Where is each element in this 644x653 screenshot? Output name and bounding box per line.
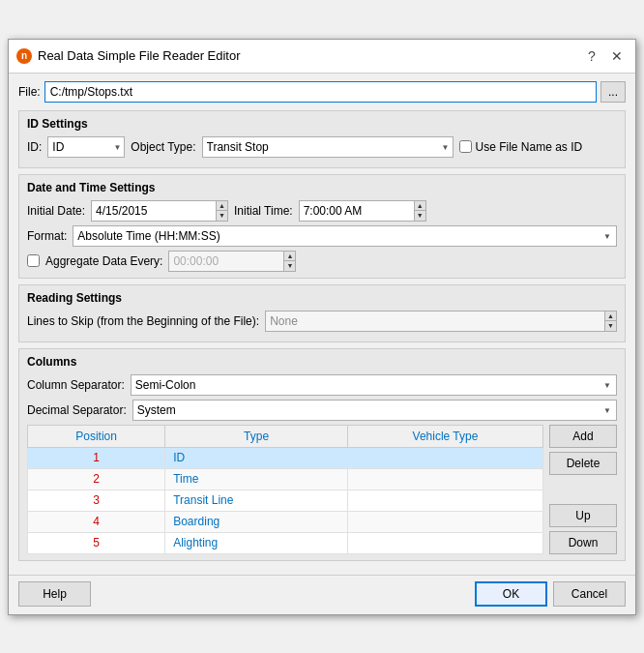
table-row[interactable]: 4 Boarding (28, 511, 543, 532)
table-row[interactable]: 5 Alighting (28, 532, 543, 553)
aggregate-spinner-btns: ▲ ▼ (284, 251, 296, 272)
file-label: File: (18, 85, 41, 99)
columns-table-wrap: Position Type Vehicle Type 1 ID 2 Time 3… (27, 425, 543, 554)
delete-button[interactable]: Delete (549, 452, 617, 475)
footer: Help OK Cancel (9, 575, 635, 614)
col-type: Time (165, 468, 348, 490)
table-row[interactable]: 1 ID (28, 447, 543, 468)
ok-button[interactable]: OK (475, 581, 547, 607)
initial-time-input[interactable] (299, 200, 415, 222)
col-header-type: Type (165, 425, 348, 447)
id-select-wrapper: ID (47, 136, 125, 158)
initial-date-label: Initial Date: (27, 204, 85, 218)
id-select[interactable]: ID (47, 136, 125, 158)
id-settings-section: ID Settings ID: ID Object Type: Transit … (18, 110, 626, 168)
decimal-separator-row: Decimal Separator: System (27, 400, 617, 421)
cancel-button[interactable]: Cancel (553, 581, 626, 607)
aggregate-checkbox[interactable] (27, 254, 40, 267)
help-icon-btn[interactable]: ? (581, 45, 602, 67)
help-button[interactable]: Help (18, 581, 91, 607)
lines-label: Lines to Skip (from the Beginning of the… (27, 314, 259, 328)
col-vehicle-type (347, 511, 542, 532)
columns-table: Position Type Vehicle Type 1 ID 2 Time 3… (27, 425, 543, 554)
col-type: Boarding (165, 511, 348, 532)
col-header-vehicle-type: Vehicle Type (347, 425, 542, 447)
lines-wrap: ▲ ▼ (265, 311, 617, 332)
lines-spinner-btns: ▲ ▼ (605, 311, 617, 332)
lines-down-btn[interactable]: ▼ (605, 321, 616, 331)
column-separator-select[interactable]: Semi-Colon (131, 374, 617, 396)
column-separator-label: Column Separator: (27, 378, 125, 392)
format-select[interactable]: Absolute Time (HH:MM:SS) (73, 225, 617, 247)
initial-time-label: Initial Time: (234, 204, 293, 218)
decimal-separator-select[interactable]: System (132, 400, 617, 421)
agg-down-btn[interactable]: ▼ (284, 261, 295, 271)
title-bar: n Real Data Simple File Reader Editor ? … (9, 40, 635, 74)
time-up-btn[interactable]: ▲ (415, 201, 425, 212)
initial-date-wrap: ▲ ▼ (91, 200, 228, 222)
initial-time-wrap: ▲ ▼ (299, 200, 426, 222)
aggregate-spinner-wrap: ▲ ▼ (168, 251, 296, 272)
column-separator-select-wrapper: Semi-Colon (131, 374, 617, 396)
decimal-separator-label: Decimal Separator: (27, 403, 127, 417)
date-up-btn[interactable]: ▲ (217, 201, 227, 212)
format-row: Format: Absolute Time (HH:MM:SS) (27, 225, 617, 247)
table-row[interactable]: 2 Time (28, 468, 543, 490)
column-separator-row: Column Separator: Semi-Colon (27, 374, 617, 396)
time-spinner-btns: ▲ ▼ (415, 200, 426, 222)
id-label: ID: (27, 140, 42, 154)
use-file-name-checkbox[interactable] (459, 140, 472, 153)
dialog: n Real Data Simple File Reader Editor ? … (8, 39, 636, 615)
id-settings-title: ID Settings (27, 117, 617, 131)
col-header-position: Position (28, 425, 165, 447)
aggregate-input[interactable] (168, 251, 284, 272)
close-btn[interactable]: ✕ (606, 45, 628, 67)
col-vehicle-type (347, 490, 542, 511)
columns-title: Columns (27, 355, 617, 369)
object-type-select-wrapper: Transit Stop (202, 136, 454, 158)
initial-date-input[interactable] (91, 200, 217, 222)
col-vehicle-type (347, 532, 542, 553)
title-bar-left: n Real Data Simple File Reader Editor (16, 48, 241, 64)
table-row[interactable]: 3 Transit Line (28, 490, 543, 511)
add-button[interactable]: Add (549, 425, 617, 448)
up-button[interactable]: Up (549, 504, 617, 527)
col-type: Alighting (165, 532, 348, 553)
columns-section: Columns Column Separator: Semi-Colon Dec… (18, 348, 626, 561)
date-time-section: Date and Time Settings Initial Date: ▲ ▼… (18, 174, 626, 279)
lines-up-btn[interactable]: ▲ (605, 312, 616, 322)
date-time-row1: Initial Date: ▲ ▼ Initial Time: ▲ ▼ (27, 200, 617, 222)
dialog-body: File: ... ID Settings ID: ID Object Type… (9, 74, 635, 575)
format-select-wrapper: Absolute Time (HH:MM:SS) (73, 225, 617, 247)
lines-input[interactable] (265, 311, 605, 332)
col-type: Transit Line (165, 490, 348, 511)
col-position: 5 (28, 532, 165, 553)
col-vehicle-type (347, 447, 542, 468)
time-down-btn[interactable]: ▼ (415, 211, 425, 221)
footer-right: OK Cancel (475, 581, 626, 607)
col-position: 1 (28, 447, 165, 468)
columns-grid: Position Type Vehicle Type 1 ID 2 Time 3… (27, 425, 617, 554)
reading-settings-title: Reading Settings (27, 291, 617, 305)
dialog-title: Real Data Simple File Reader Editor (38, 48, 241, 63)
use-file-name-row: Use File Name as ID (459, 140, 583, 154)
aggregate-label: Aggregate Data Every: (45, 254, 162, 268)
columns-buttons: Add Delete Up Down (549, 425, 617, 554)
col-type: ID (165, 447, 348, 468)
use-file-name-label: Use File Name as ID (476, 140, 583, 154)
col-position: 2 (28, 468, 165, 490)
app-icon: n (16, 48, 32, 64)
date-time-title: Date and Time Settings (27, 181, 617, 194)
title-bar-controls: ? ✕ (581, 45, 628, 67)
aggregate-row: Aggregate Data Every: ▲ ▼ (27, 251, 617, 272)
date-down-btn[interactable]: ▼ (217, 211, 227, 221)
date-spinner-btns: ▲ ▼ (217, 200, 228, 222)
format-label: Format: (27, 229, 67, 243)
down-button[interactable]: Down (549, 531, 617, 554)
agg-up-btn[interactable]: ▲ (284, 252, 295, 262)
object-type-label: Object Type: (131, 140, 195, 154)
file-input[interactable] (44, 81, 597, 103)
browse-button[interactable]: ... (600, 81, 626, 103)
object-type-select[interactable]: Transit Stop (202, 136, 454, 158)
decimal-separator-select-wrapper: System (132, 400, 617, 421)
